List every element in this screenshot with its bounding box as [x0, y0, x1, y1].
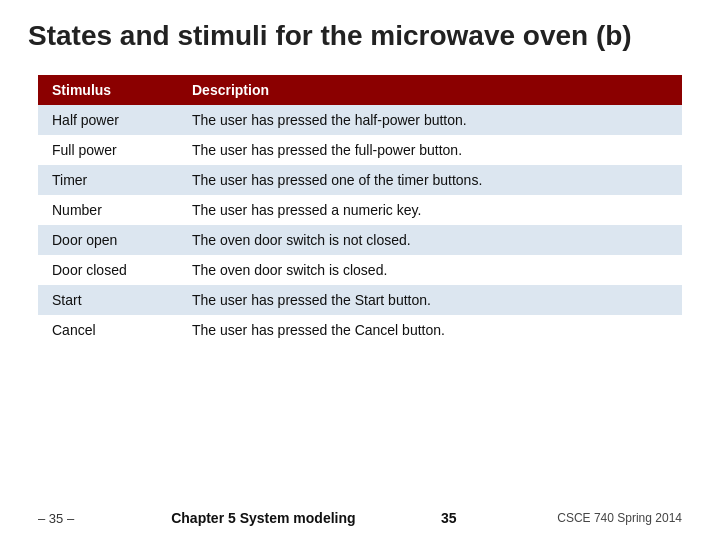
- cell-stimulus: Start: [38, 285, 178, 315]
- cell-description: The user has pressed the Start button.: [178, 285, 682, 315]
- table-container: Stimulus Description Half powerThe user …: [38, 75, 682, 502]
- table-header-row: Stimulus Description: [38, 75, 682, 105]
- stimuli-table: Stimulus Description Half powerThe user …: [38, 75, 682, 345]
- cell-stimulus: Door open: [38, 225, 178, 255]
- footer-course: CSCE 740 Spring 2014: [542, 511, 682, 525]
- footer: – 35 – Chapter 5 System modeling 35 CSCE…: [28, 502, 692, 530]
- cell-stimulus: Cancel: [38, 315, 178, 345]
- cell-description: The user has pressed one of the timer bu…: [178, 165, 682, 195]
- table-row: Full powerThe user has pressed the full-…: [38, 135, 682, 165]
- table-row: NumberThe user has pressed a numeric key…: [38, 195, 682, 225]
- table-row: StartThe user has pressed the Start butt…: [38, 285, 682, 315]
- cell-description: The user has pressed the half-power butt…: [178, 105, 682, 135]
- col-header-stimulus: Stimulus: [38, 75, 178, 105]
- table-row: TimerThe user has pressed one of the tim…: [38, 165, 682, 195]
- cell-stimulus: Half power: [38, 105, 178, 135]
- cell-description: The user has pressed the Cancel button.: [178, 315, 682, 345]
- cell-description: The oven door switch is not closed.: [178, 225, 682, 255]
- col-header-description: Description: [178, 75, 682, 105]
- page-title: States and stimuli for the microwave ove…: [28, 18, 692, 53]
- table-row: Half powerThe user has pressed the half-…: [38, 105, 682, 135]
- cell-stimulus: Full power: [38, 135, 178, 165]
- footer-page: 35: [429, 510, 469, 526]
- table-row: Door closedThe oven door switch is close…: [38, 255, 682, 285]
- table-row: CancelThe user has pressed the Cancel bu…: [38, 315, 682, 345]
- cell-description: The user has pressed a numeric key.: [178, 195, 682, 225]
- cell-stimulus: Timer: [38, 165, 178, 195]
- cell-stimulus: Door closed: [38, 255, 178, 285]
- footer-chapter: Chapter 5 System modeling: [171, 510, 355, 526]
- cell-stimulus: Number: [38, 195, 178, 225]
- cell-description: The user has pressed the full-power butt…: [178, 135, 682, 165]
- page: States and stimuli for the microwave ove…: [0, 0, 720, 540]
- cell-description: The oven door switch is closed.: [178, 255, 682, 285]
- footer-slide-number: – 35 –: [38, 511, 98, 526]
- table-row: Door openThe oven door switch is not clo…: [38, 225, 682, 255]
